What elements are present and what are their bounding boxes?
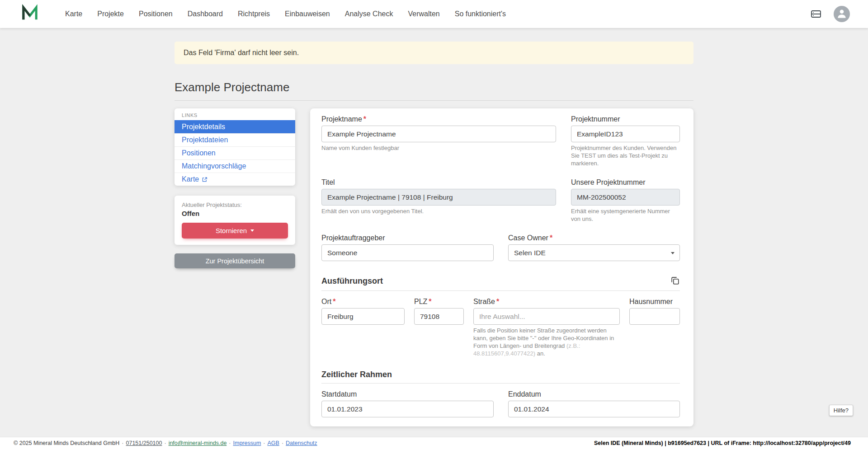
top-navbar: Karte Projekte Positionen Dashboard Rich…	[0, 0, 868, 28]
footer-datenschutz-link[interactable]: Datenschutz	[286, 440, 317, 446]
field-projektauftraggeber: Projektauftraggeber	[321, 234, 494, 261]
label-text: Projektauftraggeber	[321, 234, 385, 242]
plz-input[interactable]	[414, 308, 464, 325]
section-ausfuehrungsort: Ausführungsort	[321, 276, 680, 287]
titel-helper: Erhält den von uns vorgegebenen Titel.	[321, 207, 556, 215]
required-asterisk: *	[550, 234, 552, 242]
nav-item-einbauweisen[interactable]: Einbauweisen	[285, 10, 330, 18]
footer: © 2025 Mineral Minds Deutschland GmbH · …	[0, 437, 868, 449]
sidebar-item-projektdetails[interactable]: Projektdetails	[175, 120, 295, 133]
enddatum-label: Enddatum	[508, 390, 680, 399]
brand-logo[interactable]	[21, 4, 39, 24]
titel-label: Titel	[321, 178, 556, 187]
links-card: LINKS Projektdetails Projektdateien Posi…	[175, 108, 295, 186]
sidebar-item-matchingvorschlaege[interactable]: Matchingvorschläge	[175, 159, 295, 173]
zeitlicher-rahmen-title: Zeitlicher Rahmen	[321, 370, 392, 379]
nav-item-analyse-check[interactable]: Analyse Check	[345, 10, 393, 18]
navbar-right	[809, 6, 850, 22]
footer-agb-link[interactable]: AGB	[268, 440, 279, 446]
titel-input	[321, 189, 556, 206]
projektname-input[interactable]	[321, 126, 556, 142]
copyright-text: © 2025 Mineral Minds Deutschland GmbH	[14, 440, 119, 446]
status-value: Offen	[182, 210, 288, 217]
field-plz: PLZ*	[414, 297, 464, 357]
label-text: Ort	[321, 298, 331, 305]
required-asterisk: *	[496, 298, 499, 305]
field-strasse: Straße* Falls die Position keiner Straße…	[473, 297, 620, 357]
label-text: Hausnummer	[629, 298, 673, 305]
strasse-input[interactable]	[473, 308, 620, 325]
hausnummer-input[interactable]	[629, 308, 680, 325]
user-avatar[interactable]	[834, 6, 850, 22]
caret-down-icon	[250, 229, 254, 232]
enddatum-input[interactable]	[508, 401, 680, 417]
chevron-down-icon	[671, 252, 675, 254]
separator-dot: ·	[263, 440, 265, 446]
help-button[interactable]: Hilfe?	[829, 405, 853, 416]
field-hausnummer: Hausnummer	[629, 297, 680, 357]
field-enddatum: Enddatum	[508, 390, 680, 417]
nav-item-richtpreis[interactable]: Richtpreis	[238, 10, 270, 18]
copy-icon	[670, 276, 680, 287]
case-owner-select[interactable]: Selen IDE	[508, 244, 680, 261]
field-case-owner: Case Owner* Selen IDE	[508, 234, 680, 261]
ort-input[interactable]	[321, 308, 405, 325]
section-divider	[321, 290, 680, 291]
strasse-label: Straße*	[473, 297, 620, 306]
project-overview-button[interactable]: Zur Projektübersicht	[175, 253, 295, 268]
page-body: Das Feld 'Firma' darf nicht leer sein. E…	[0, 42, 868, 426]
strasse-helper-end: an.	[535, 350, 545, 357]
hausnummer-label: Hausnummer	[629, 297, 680, 306]
links-header: LINKS	[175, 108, 295, 120]
required-asterisk: *	[363, 115, 366, 123]
footer-phone-link[interactable]: 07151/250100	[126, 440, 162, 446]
sidebar-item-label: Karte	[182, 175, 199, 183]
nav-item-karte[interactable]: Karte	[65, 10, 82, 18]
label-text: Straße	[473, 298, 495, 305]
nav-item-dashboard[interactable]: Dashboard	[188, 10, 223, 18]
section-zeitlicher-rahmen: Zeitlicher Rahmen	[321, 370, 680, 379]
sidebar: LINKS Projektdetails Projektdateien Posi…	[175, 108, 295, 268]
cancel-project-button[interactable]: Stornieren	[182, 223, 288, 239]
copy-address-button[interactable]	[670, 276, 680, 287]
separator-dot: ·	[229, 440, 231, 446]
plz-label: PLZ*	[414, 297, 464, 306]
sidebar-item-label: Projektdateien	[182, 136, 228, 144]
nav-item-positionen[interactable]: Positionen	[139, 10, 173, 18]
title-divider	[175, 100, 693, 101]
unsere-projektnummer-input	[571, 189, 680, 206]
required-asterisk: *	[429, 298, 431, 305]
server-icon[interactable]	[809, 9, 823, 19]
ausfuehrungsort-title: Ausführungsort	[321, 276, 383, 286]
sidebar-item-label: Positionen	[182, 149, 216, 157]
main-menu: Karte Projekte Positionen Dashboard Rich…	[65, 10, 506, 18]
separator-dot: ·	[164, 440, 166, 446]
unsere-projektnummer-helper: Erhält eine systemgenerierte Nummer von …	[571, 207, 680, 223]
required-asterisk: *	[333, 298, 335, 305]
sidebar-item-karte[interactable]: Karte	[175, 173, 295, 186]
footer-impressum-link[interactable]: Impressum	[233, 440, 261, 446]
projektauftraggeber-input[interactable]	[321, 244, 494, 261]
label-text: Projektname	[321, 115, 362, 123]
projektnummer-input[interactable]	[571, 126, 680, 142]
field-startdatum: Startdatum	[321, 390, 494, 417]
cancel-button-label: Stornieren	[216, 227, 247, 234]
sidebar-item-projektdateien[interactable]: Projektdateien	[175, 133, 295, 146]
field-projektnummer: Projektnummer Projektnummer des Kunden. …	[571, 115, 680, 167]
nav-item-so-funktionierts[interactable]: So funktioniert's	[455, 10, 506, 18]
nav-item-verwalten[interactable]: Verwalten	[408, 10, 439, 18]
sidebar-item-positionen[interactable]: Positionen	[175, 146, 295, 159]
field-unsere-projektnummer: Unsere Projektnummer Erhält eine systemg…	[571, 178, 680, 223]
strasse-helper-main: Falls die Position keiner Straße zugeord…	[473, 327, 614, 349]
startdatum-input[interactable]	[321, 401, 494, 417]
ort-label: Ort*	[321, 297, 405, 306]
separator-dot: ·	[282, 440, 283, 446]
strasse-helper: Falls die Position keiner Straße zugeord…	[473, 327, 620, 357]
nav-item-projekte[interactable]: Projekte	[97, 10, 124, 18]
separator-dot: ·	[122, 440, 123, 446]
label-text: Case Owner	[508, 234, 548, 242]
projektname-label: Projektname*	[321, 115, 556, 124]
footer-email-link[interactable]: info@mineral-minds.de	[169, 440, 227, 446]
label-text: Projektnummer	[571, 115, 620, 123]
session-info: Selen IDE (Mineral Minds) | b91695ed7623…	[594, 440, 851, 446]
